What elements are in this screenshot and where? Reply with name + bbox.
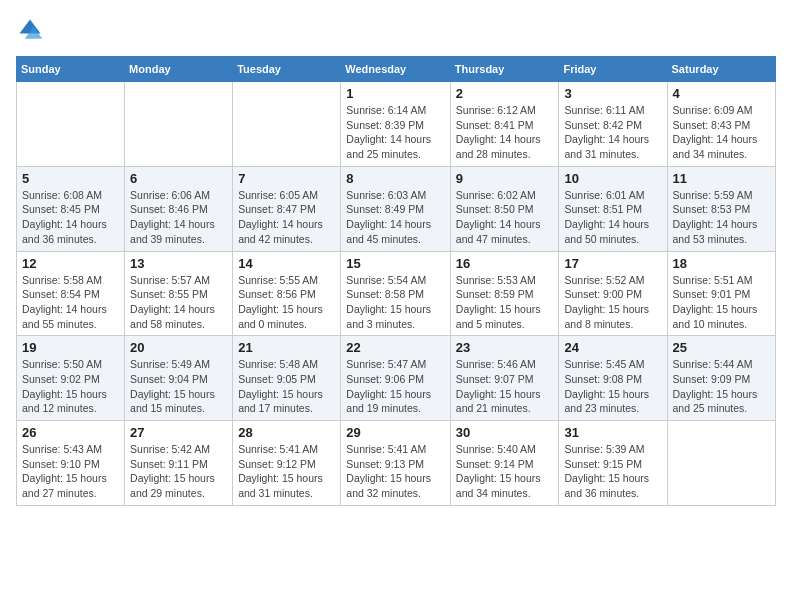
logo-icon (16, 16, 44, 44)
day-detail: Sunrise: 5:52 AMSunset: 9:00 PMDaylight:… (564, 273, 661, 332)
calendar-cell: 25Sunrise: 5:44 AMSunset: 9:09 PMDayligh… (667, 336, 775, 421)
day-number: 11 (673, 171, 770, 186)
day-detail: Sunrise: 5:50 AMSunset: 9:02 PMDaylight:… (22, 357, 119, 416)
day-detail: Sunrise: 6:14 AMSunset: 8:39 PMDaylight:… (346, 103, 445, 162)
day-detail: Sunrise: 6:05 AMSunset: 8:47 PMDaylight:… (238, 188, 335, 247)
page-header (16, 16, 776, 44)
day-detail: Sunrise: 6:08 AMSunset: 8:45 PMDaylight:… (22, 188, 119, 247)
day-number: 13 (130, 256, 227, 271)
day-detail: Sunrise: 5:46 AMSunset: 9:07 PMDaylight:… (456, 357, 554, 416)
calendar-cell: 18Sunrise: 5:51 AMSunset: 9:01 PMDayligh… (667, 251, 775, 336)
day-detail: Sunrise: 5:39 AMSunset: 9:15 PMDaylight:… (564, 442, 661, 501)
calendar-cell: 7Sunrise: 6:05 AMSunset: 8:47 PMDaylight… (233, 166, 341, 251)
calendar-cell: 22Sunrise: 5:47 AMSunset: 9:06 PMDayligh… (341, 336, 451, 421)
day-number: 24 (564, 340, 661, 355)
calendar-week-2: 5Sunrise: 6:08 AMSunset: 8:45 PMDaylight… (17, 166, 776, 251)
calendar-cell: 3Sunrise: 6:11 AMSunset: 8:42 PMDaylight… (559, 82, 667, 167)
day-detail: Sunrise: 6:01 AMSunset: 8:51 PMDaylight:… (564, 188, 661, 247)
calendar-cell: 16Sunrise: 5:53 AMSunset: 8:59 PMDayligh… (450, 251, 559, 336)
calendar-cell: 30Sunrise: 5:40 AMSunset: 9:14 PMDayligh… (450, 421, 559, 506)
day-detail: Sunrise: 5:51 AMSunset: 9:01 PMDaylight:… (673, 273, 770, 332)
day-detail: Sunrise: 5:53 AMSunset: 8:59 PMDaylight:… (456, 273, 554, 332)
calendar-header-row: SundayMondayTuesdayWednesdayThursdayFrid… (17, 57, 776, 82)
day-number: 15 (346, 256, 445, 271)
calendar-cell: 1Sunrise: 6:14 AMSunset: 8:39 PMDaylight… (341, 82, 451, 167)
day-number: 27 (130, 425, 227, 440)
day-number: 26 (22, 425, 119, 440)
day-number: 21 (238, 340, 335, 355)
day-number: 19 (22, 340, 119, 355)
day-number: 1 (346, 86, 445, 101)
calendar-week-5: 26Sunrise: 5:43 AMSunset: 9:10 PMDayligh… (17, 421, 776, 506)
calendar-cell (17, 82, 125, 167)
day-number: 14 (238, 256, 335, 271)
day-detail: Sunrise: 6:09 AMSunset: 8:43 PMDaylight:… (673, 103, 770, 162)
day-detail: Sunrise: 5:42 AMSunset: 9:11 PMDaylight:… (130, 442, 227, 501)
day-number: 22 (346, 340, 445, 355)
day-number: 9 (456, 171, 554, 186)
calendar-cell: 12Sunrise: 5:58 AMSunset: 8:54 PMDayligh… (17, 251, 125, 336)
calendar-cell: 6Sunrise: 6:06 AMSunset: 8:46 PMDaylight… (125, 166, 233, 251)
calendar-table: SundayMondayTuesdayWednesdayThursdayFrid… (16, 56, 776, 506)
day-number: 17 (564, 256, 661, 271)
calendar-cell: 26Sunrise: 5:43 AMSunset: 9:10 PMDayligh… (17, 421, 125, 506)
calendar-cell: 17Sunrise: 5:52 AMSunset: 9:00 PMDayligh… (559, 251, 667, 336)
day-detail: Sunrise: 5:45 AMSunset: 9:08 PMDaylight:… (564, 357, 661, 416)
day-detail: Sunrise: 6:06 AMSunset: 8:46 PMDaylight:… (130, 188, 227, 247)
calendar-cell: 27Sunrise: 5:42 AMSunset: 9:11 PMDayligh… (125, 421, 233, 506)
day-number: 10 (564, 171, 661, 186)
day-number: 12 (22, 256, 119, 271)
day-detail: Sunrise: 5:47 AMSunset: 9:06 PMDaylight:… (346, 357, 445, 416)
column-header-wednesday: Wednesday (341, 57, 451, 82)
calendar-week-3: 12Sunrise: 5:58 AMSunset: 8:54 PMDayligh… (17, 251, 776, 336)
calendar-cell: 20Sunrise: 5:49 AMSunset: 9:04 PMDayligh… (125, 336, 233, 421)
calendar-cell: 10Sunrise: 6:01 AMSunset: 8:51 PMDayligh… (559, 166, 667, 251)
day-detail: Sunrise: 5:43 AMSunset: 9:10 PMDaylight:… (22, 442, 119, 501)
day-number: 31 (564, 425, 661, 440)
calendar-cell: 14Sunrise: 5:55 AMSunset: 8:56 PMDayligh… (233, 251, 341, 336)
day-number: 7 (238, 171, 335, 186)
day-number: 25 (673, 340, 770, 355)
day-detail: Sunrise: 5:55 AMSunset: 8:56 PMDaylight:… (238, 273, 335, 332)
day-number: 28 (238, 425, 335, 440)
logo (16, 16, 48, 44)
calendar-cell: 11Sunrise: 5:59 AMSunset: 8:53 PMDayligh… (667, 166, 775, 251)
calendar-cell: 28Sunrise: 5:41 AMSunset: 9:12 PMDayligh… (233, 421, 341, 506)
calendar-week-4: 19Sunrise: 5:50 AMSunset: 9:02 PMDayligh… (17, 336, 776, 421)
calendar-cell: 5Sunrise: 6:08 AMSunset: 8:45 PMDaylight… (17, 166, 125, 251)
calendar-cell: 15Sunrise: 5:54 AMSunset: 8:58 PMDayligh… (341, 251, 451, 336)
day-detail: Sunrise: 6:02 AMSunset: 8:50 PMDaylight:… (456, 188, 554, 247)
day-number: 23 (456, 340, 554, 355)
calendar-cell: 29Sunrise: 5:41 AMSunset: 9:13 PMDayligh… (341, 421, 451, 506)
day-detail: Sunrise: 5:41 AMSunset: 9:13 PMDaylight:… (346, 442, 445, 501)
day-number: 5 (22, 171, 119, 186)
column-header-thursday: Thursday (450, 57, 559, 82)
day-number: 30 (456, 425, 554, 440)
calendar-cell: 8Sunrise: 6:03 AMSunset: 8:49 PMDaylight… (341, 166, 451, 251)
calendar-cell: 23Sunrise: 5:46 AMSunset: 9:07 PMDayligh… (450, 336, 559, 421)
day-detail: Sunrise: 5:41 AMSunset: 9:12 PMDaylight:… (238, 442, 335, 501)
calendar-cell (125, 82, 233, 167)
calendar-cell (233, 82, 341, 167)
column-header-tuesday: Tuesday (233, 57, 341, 82)
day-detail: Sunrise: 6:03 AMSunset: 8:49 PMDaylight:… (346, 188, 445, 247)
day-number: 4 (673, 86, 770, 101)
day-number: 6 (130, 171, 227, 186)
calendar-week-1: 1Sunrise: 6:14 AMSunset: 8:39 PMDaylight… (17, 82, 776, 167)
calendar-cell: 24Sunrise: 5:45 AMSunset: 9:08 PMDayligh… (559, 336, 667, 421)
calendar-cell: 31Sunrise: 5:39 AMSunset: 9:15 PMDayligh… (559, 421, 667, 506)
calendar-cell (667, 421, 775, 506)
day-detail: Sunrise: 6:11 AMSunset: 8:42 PMDaylight:… (564, 103, 661, 162)
day-detail: Sunrise: 5:48 AMSunset: 9:05 PMDaylight:… (238, 357, 335, 416)
day-detail: Sunrise: 5:58 AMSunset: 8:54 PMDaylight:… (22, 273, 119, 332)
day-detail: Sunrise: 5:44 AMSunset: 9:09 PMDaylight:… (673, 357, 770, 416)
day-number: 2 (456, 86, 554, 101)
day-detail: Sunrise: 5:59 AMSunset: 8:53 PMDaylight:… (673, 188, 770, 247)
day-detail: Sunrise: 5:49 AMSunset: 9:04 PMDaylight:… (130, 357, 227, 416)
day-detail: Sunrise: 5:57 AMSunset: 8:55 PMDaylight:… (130, 273, 227, 332)
day-number: 20 (130, 340, 227, 355)
day-detail: Sunrise: 6:12 AMSunset: 8:41 PMDaylight:… (456, 103, 554, 162)
day-detail: Sunrise: 5:54 AMSunset: 8:58 PMDaylight:… (346, 273, 445, 332)
column-header-friday: Friday (559, 57, 667, 82)
day-number: 18 (673, 256, 770, 271)
